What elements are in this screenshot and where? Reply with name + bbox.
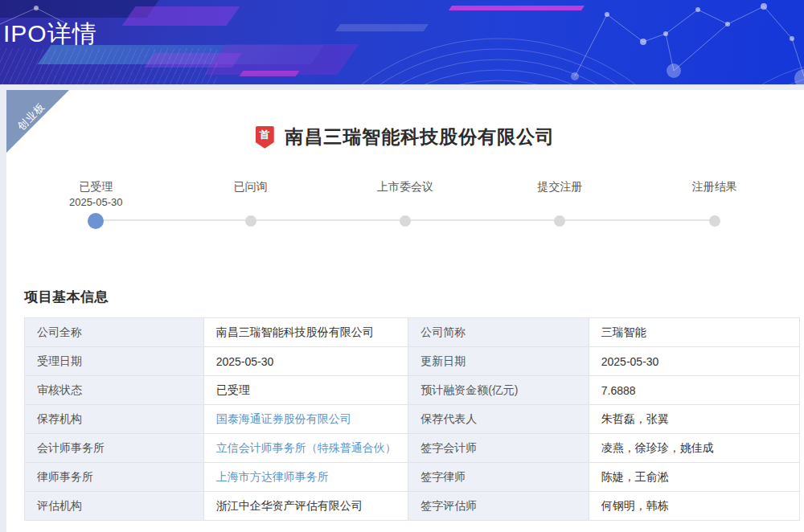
step-dot	[554, 215, 565, 227]
table-row: 受理日期 2025-05-30 更新日期 2025-05-30	[25, 347, 800, 376]
step-accepted: 已受理 2025-05-30	[18, 180, 173, 230]
step-inquired: 已问询	[173, 180, 327, 230]
table-row: 会计师事务所 立信会计师事务所（特殊普通合伙） 签字会计师 凌燕，徐珍珍，姚佳成	[25, 434, 800, 463]
company-name: 南昌三瑞智能科技股份有限公司	[285, 125, 555, 149]
content-card: 创业板 首 南昌三瑞智能科技股份有限公司 已受理 2025-05-30 已问询 …	[6, 90, 804, 532]
law-firm-link[interactable]: 上海市方达律师事务所	[203, 463, 408, 492]
step-date	[482, 196, 637, 212]
table-row: 律师事务所 上海市方达律师事务所 签字律师 陈婕，王俞淞	[25, 463, 800, 492]
company-header: 首 南昌三瑞智能科技股份有限公司	[6, 125, 804, 149]
field-value: 2025-05-30	[589, 347, 799, 376]
step-dot	[400, 215, 411, 227]
step-dot	[709, 215, 720, 227]
ipo-progress-stepper: 已受理 2025-05-30 已问询 上市委会议 提交注册 注册结果	[18, 180, 792, 230]
field-value: 凌燕，徐珍珍，姚佳成	[589, 434, 799, 463]
field-label: 保荐机构	[25, 405, 204, 434]
step-date	[638, 196, 792, 212]
field-value: 已受理	[203, 376, 408, 405]
step-label: 已问询	[173, 180, 327, 194]
step-date: 2025-05-30	[18, 196, 173, 212]
table-row: 公司全称 南昌三瑞智能科技股份有限公司 公司简称 三瑞智能	[25, 318, 800, 347]
field-label: 公司简称	[408, 318, 589, 347]
banner-network-graphic	[0, 0, 804, 84]
field-value: 朱哲磊，张翼	[589, 405, 799, 434]
table-row: 审核状态 已受理 预计融资金额(亿元) 7.6888	[25, 376, 800, 405]
field-label: 公司全称	[25, 318, 204, 347]
step-date	[173, 196, 327, 212]
table-row: 评估机构 浙江中企华资产评估有限公司 签字评估师 何钢明，韩栋	[25, 492, 800, 521]
table-row: 保荐机构 国泰海通证券股份有限公司 保荐代表人 朱哲磊，张翼	[25, 405, 800, 434]
page-title: IPO详情	[3, 18, 97, 51]
field-label: 签字律师	[408, 463, 589, 492]
step-label: 上市委会议	[328, 180, 482, 194]
field-value: 三瑞智能	[589, 318, 799, 347]
field-label: 会计师事务所	[25, 434, 204, 463]
field-label: 预计融资金额(亿元)	[408, 376, 589, 405]
field-label: 受理日期	[25, 347, 204, 376]
field-value: 何钢明，韩栋	[589, 492, 799, 521]
field-label: 更新日期	[408, 347, 589, 376]
page-banner: IPO详情	[0, 0, 804, 84]
field-value: 南昌三瑞智能科技股份有限公司	[203, 318, 408, 347]
step-label: 注册结果	[638, 180, 792, 194]
step-dot	[245, 215, 256, 227]
field-label: 律师事务所	[25, 463, 204, 492]
field-value: 2025-05-30	[203, 347, 408, 376]
sponsor-link[interactable]: 国泰海通证券股份有限公司	[203, 405, 408, 434]
field-value: 浙江中企华资产评估有限公司	[203, 492, 408, 521]
step-registration-result: 注册结果	[638, 180, 792, 230]
step-dot-active	[88, 213, 104, 229]
field-label: 保荐代表人	[408, 405, 589, 434]
section-title: 项目基本信息	[24, 288, 804, 306]
step-listing-committee: 上市委会议	[328, 180, 482, 230]
step-date	[328, 196, 482, 212]
first-issue-badge-icon: 首	[256, 126, 274, 149]
step-label: 已受理	[18, 180, 173, 194]
field-label: 签字评估师	[408, 492, 589, 521]
step-submit-registration: 提交注册	[482, 180, 637, 230]
field-label: 审核状态	[25, 376, 204, 405]
step-label: 提交注册	[482, 180, 637, 194]
field-value: 陈婕，王俞淞	[589, 463, 799, 492]
field-value: 7.6888	[589, 376, 799, 405]
project-info-table: 公司全称 南昌三瑞智能科技股份有限公司 公司简称 三瑞智能 受理日期 2025-…	[24, 317, 800, 521]
field-label: 评估机构	[25, 492, 204, 521]
accounting-firm-link[interactable]: 立信会计师事务所（特殊普通合伙）	[203, 434, 408, 463]
field-label: 签字会计师	[408, 434, 589, 463]
